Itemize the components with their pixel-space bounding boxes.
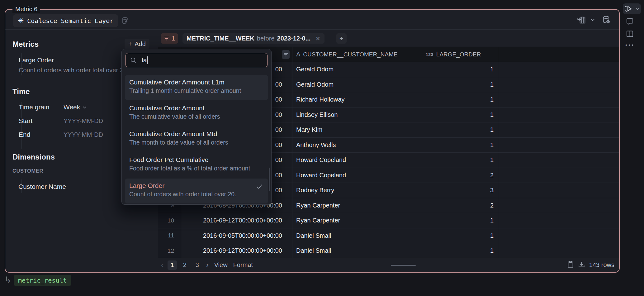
metric-option-description: The cumulative value of all orders [129,112,264,121]
filter-field: METRIC_TIME__WEEK [187,35,254,42]
plus-icon: + [128,40,132,48]
metric-option[interactable]: Large Order Count of orders with order t… [125,179,268,203]
page-button[interactable]: 3 [192,260,202,270]
cell-customer-name: Howard Copeland [292,168,422,183]
cell-empty [498,62,619,77]
time-grain-select[interactable]: Week [64,103,87,111]
metric-option-title: Cumulative Order Amount [129,104,264,112]
cell-empty [498,107,619,122]
page-button[interactable]: 1 [168,260,177,270]
cell-metric-time: 2016-09-12T00:00:00+00:00 [181,243,292,258]
run-cell-icon[interactable] [623,3,634,14]
cell-large-order: 1 [422,243,498,258]
text-type-icon: A [296,51,300,58]
cell-empty [498,92,619,107]
comment-icon[interactable] [626,17,634,27]
metric-option[interactable]: Cumulative Order Amount Mtd The month to… [125,127,268,152]
metric-option[interactable]: Cumulative Order Amount The cumulative v… [125,101,268,126]
end-label: End [19,131,30,138]
customer-name-column-header[interactable]: A CUSTOMER__CUSTOMER_NAME [292,47,422,62]
cell-large-order: 1 [422,213,498,228]
cell-empty [498,243,619,258]
run-options-icon[interactable] [634,3,641,14]
search-icon [130,57,137,64]
database-bolt-icon [121,17,130,26]
preview-data-icon[interactable] [602,15,611,26]
run-cell-control [623,3,641,14]
column-filter-icon[interactable] [282,50,290,59]
result-variable-chip[interactable]: metric_result [14,275,71,286]
copy-icon[interactable] [567,260,574,270]
metric-option[interactable]: Food Order Pct Cumulative Food order tot… [125,153,268,178]
result-variable-name: metric_result [18,277,67,284]
header-divider [5,29,619,30]
next-page-icon[interactable]: › [206,261,208,269]
prev-page-icon[interactable]: ‹ [161,261,163,269]
dimension-group-label: CUSTOMER [12,168,43,174]
metric-option-title: Food Order Pct Cumulative [129,155,264,164]
cell-customer-name: Ryan Carpenter [292,198,422,213]
remove-filter-icon[interactable]: ✕ [315,35,320,42]
view-button[interactable]: View [214,261,228,269]
metric-search-box[interactable]: la [125,53,268,67]
cell-customer-name: Gerald Odom [292,77,422,92]
insert-table-icon[interactable] [577,16,586,26]
filter-count-badge[interactable]: 1 [161,33,178,44]
cell-customer-name: Lindsey Ellison [292,107,422,122]
cell-empty [498,77,619,92]
metric-search-popup: la Cumulative Order Ammount L1m Trailing… [121,49,272,205]
cell-large-order: 1 [422,77,498,92]
metric-option-title: Cumulative Order Ammount L1m [129,78,264,87]
add-metric-button[interactable]: + Add [125,39,149,49]
number-type-icon: 123 [426,52,433,57]
page-button[interactable]: 2 [180,260,189,270]
cell-large-order: 2 [422,198,498,213]
popup-scrollbar[interactable] [269,168,270,191]
table-row: 12 2016-09-12T00:00:00+00:00 Daniel Smal… [158,243,619,258]
filter-icon [164,36,169,41]
metric-option-description: The month to date value of all orders [129,138,264,146]
dimension-item-customer-name[interactable]: Customer Name [18,183,66,190]
format-button[interactable]: Format [233,261,253,269]
filter-operator: before [257,35,275,42]
cell-customer-name: Mary Kim [292,122,422,137]
row-index: 12 [158,243,181,258]
cell-empty [498,138,619,153]
layout-panels-icon[interactable] [626,30,634,39]
metrics-heading: Metrics [12,40,39,49]
chevron-down-icon[interactable] [590,17,595,24]
cell-customer-name: Daniel Small [292,228,422,243]
table-row: 10 2016-09-12T00:00:00+00:00 Ryan Carpen… [158,213,619,228]
row-index: 10 [158,213,181,228]
text-caret [147,56,148,64]
metric-description: Count of orders with order total over 20… [19,67,128,74]
time-grain-label: Time grain [19,103,49,111]
download-icon[interactable] [578,261,585,270]
cell-customer-name: Ryan Carpenter [292,213,422,228]
start-date-input[interactable]: YYYY-MM-DD [64,117,103,125]
cell-customer-name: Daniel Small [292,243,422,258]
add-filter-button[interactable]: + [336,33,347,44]
horizontal-scrollbar[interactable] [391,265,416,266]
cell-title: Metric 6 [12,5,40,13]
cell-customer-name: Howard Copeland [292,153,422,168]
filter-value: 2023-12-0... [277,35,311,42]
chevron-down-icon [82,105,87,110]
cell-customer-name: Rodney Berry [292,183,422,198]
metric-option[interactable]: Cumulative Order Ammount L1m Trailing 1 … [125,75,268,100]
connector-chip[interactable]: ✳ Coalesce Semantic Layer [13,14,118,27]
more-options-icon[interactable]: ••• [625,42,635,48]
cell-empty [498,228,619,243]
row-count: 143 rows [589,261,614,269]
time-heading: Time [12,87,30,96]
metric-option-title: Cumulative Order Amount Mtd [129,130,264,138]
filter-chip[interactable]: METRIC_TIME__WEEK before 2023-12-0... ✕ [182,33,324,44]
large-order-column-header[interactable]: 123 LARGE_ORDER [422,47,498,62]
cell-empty [498,198,619,213]
cell-metric-time: 2016-09-05T00:00:00+00:00 [181,228,292,243]
check-icon [256,183,263,191]
metric-search-input[interactable]: la [142,56,267,64]
end-date-input[interactable]: YYYY-MM-DD [64,131,103,138]
pagination: 123 [168,260,202,270]
empty-column-header [498,47,619,62]
